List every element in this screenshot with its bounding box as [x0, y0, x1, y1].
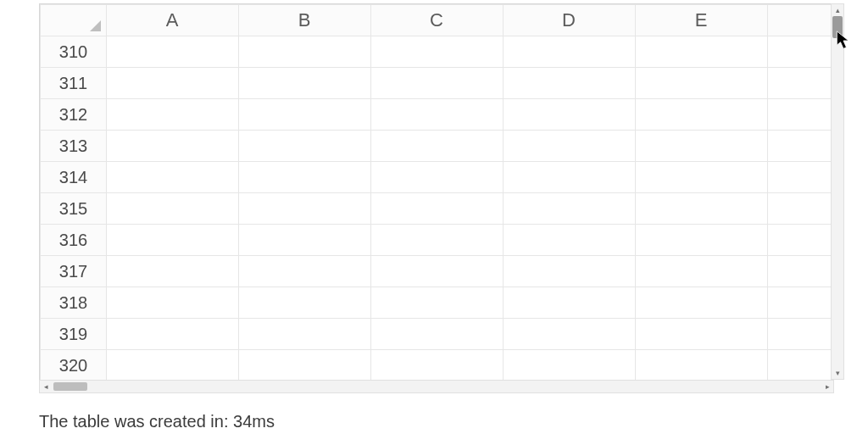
vertical-scroll-track[interactable] — [832, 16, 843, 367]
cell-D313[interactable] — [504, 131, 636, 162]
cell-A316[interactable] — [107, 225, 239, 256]
cell-B313[interactable] — [239, 131, 371, 162]
cell-A313[interactable] — [107, 131, 239, 162]
cell-extra-318[interactable] — [768, 287, 834, 319]
cell-D318[interactable] — [504, 287, 636, 319]
horizontal-scroll-thumb[interactable] — [53, 382, 87, 391]
select-all-corner[interactable] — [41, 5, 107, 36]
cell-E316[interactable] — [636, 225, 768, 256]
column-header-E[interactable]: E — [636, 5, 768, 36]
scroll-right-arrow-icon[interactable]: ▸ — [821, 381, 833, 392]
cell-A315[interactable] — [107, 193, 239, 225]
row-header[interactable]: 315 — [41, 193, 107, 225]
cell-E320[interactable] — [636, 350, 768, 381]
cell-E317[interactable] — [636, 256, 768, 287]
cell-A311[interactable] — [107, 68, 239, 99]
column-header-C[interactable]: C — [371, 5, 504, 36]
cell-C311[interactable] — [371, 68, 504, 99]
cell-A314[interactable] — [107, 162, 239, 193]
cell-C318[interactable] — [371, 287, 504, 319]
cell-B314[interactable] — [239, 162, 371, 193]
cell-E318[interactable] — [636, 287, 768, 319]
cell-D310[interactable] — [504, 36, 636, 68]
row-header[interactable]: 314 — [41, 162, 107, 193]
cell-C310[interactable] — [371, 36, 504, 68]
table-row: 313 — [41, 131, 834, 162]
cell-C317[interactable] — [371, 256, 504, 287]
cell-E310[interactable] — [636, 36, 768, 68]
scroll-left-arrow-icon[interactable]: ◂ — [40, 381, 52, 392]
cell-A317[interactable] — [107, 256, 239, 287]
cell-C312[interactable] — [371, 99, 504, 131]
cell-E313[interactable] — [636, 131, 768, 162]
row-header[interactable]: 319 — [41, 319, 107, 350]
cell-extra-317[interactable] — [768, 256, 834, 287]
spreadsheet-viewport: A B C D E 310311312313314315316317318319… — [39, 3, 833, 380]
cell-B316[interactable] — [239, 225, 371, 256]
cell-extra-312[interactable] — [768, 99, 834, 131]
cell-D317[interactable] — [504, 256, 636, 287]
cell-B312[interactable] — [239, 99, 371, 131]
cell-C316[interactable] — [371, 225, 504, 256]
scroll-down-arrow-icon[interactable]: ▾ — [832, 367, 843, 379]
cell-B318[interactable] — [239, 287, 371, 319]
cell-E319[interactable] — [636, 319, 768, 350]
cell-D312[interactable] — [504, 99, 636, 131]
cell-B315[interactable] — [239, 193, 371, 225]
row-header[interactable]: 320 — [41, 350, 107, 381]
column-header-extra[interactable] — [768, 5, 834, 36]
cell-D315[interactable] — [504, 193, 636, 225]
cell-B317[interactable] — [239, 256, 371, 287]
spreadsheet-grid[interactable]: A B C D E 310311312313314315316317318319… — [40, 4, 834, 381]
cell-extra-313[interactable] — [768, 131, 834, 162]
table-row: 320 — [41, 350, 834, 381]
cell-D319[interactable] — [504, 319, 636, 350]
cell-B319[interactable] — [239, 319, 371, 350]
cell-E311[interactable] — [636, 68, 768, 99]
cell-D314[interactable] — [504, 162, 636, 193]
column-header-B[interactable]: B — [239, 5, 371, 36]
vertical-scroll-thumb[interactable] — [832, 16, 843, 38]
row-header[interactable]: 316 — [41, 225, 107, 256]
cell-D311[interactable] — [504, 68, 636, 99]
row-header[interactable]: 311 — [41, 68, 107, 99]
cell-E315[interactable] — [636, 193, 768, 225]
row-header[interactable]: 310 — [41, 36, 107, 68]
cell-D320[interactable] — [504, 350, 636, 381]
row-header[interactable]: 317 — [41, 256, 107, 287]
cell-C314[interactable] — [371, 162, 504, 193]
cell-E312[interactable] — [636, 99, 768, 131]
status-text: The table was created in: 34ms — [39, 412, 275, 431]
cell-extra-311[interactable] — [768, 68, 834, 99]
cell-extra-314[interactable] — [768, 162, 834, 193]
cell-A319[interactable] — [107, 319, 239, 350]
cell-extra-319[interactable] — [768, 319, 834, 350]
cell-C319[interactable] — [371, 319, 504, 350]
cell-A310[interactable] — [107, 36, 239, 68]
cell-extra-315[interactable] — [768, 193, 834, 225]
cell-A318[interactable] — [107, 287, 239, 319]
horizontal-scrollbar[interactable]: ◂ ▸ — [39, 380, 834, 393]
cell-D316[interactable] — [504, 225, 636, 256]
cell-B310[interactable] — [239, 36, 371, 68]
column-header-row: A B C D E — [41, 5, 834, 36]
cell-extra-320[interactable] — [768, 350, 834, 381]
scroll-up-arrow-icon[interactable]: ▴ — [832, 4, 843, 16]
cell-C315[interactable] — [371, 193, 504, 225]
cell-A320[interactable] — [107, 350, 239, 381]
row-header[interactable]: 312 — [41, 99, 107, 131]
cell-B320[interactable] — [239, 350, 371, 381]
row-header[interactable]: 313 — [41, 131, 107, 162]
table-row: 318 — [41, 287, 834, 319]
cell-B311[interactable] — [239, 68, 371, 99]
cell-C313[interactable] — [371, 131, 504, 162]
cell-extra-310[interactable] — [768, 36, 834, 68]
row-header[interactable]: 318 — [41, 287, 107, 319]
vertical-scrollbar[interactable]: ▴ ▾ — [831, 3, 844, 380]
column-header-D[interactable]: D — [504, 5, 636, 36]
cell-E314[interactable] — [636, 162, 768, 193]
cell-A312[interactable] — [107, 99, 239, 131]
column-header-A[interactable]: A — [107, 5, 239, 36]
cell-C320[interactable] — [371, 350, 504, 381]
cell-extra-316[interactable] — [768, 225, 834, 256]
